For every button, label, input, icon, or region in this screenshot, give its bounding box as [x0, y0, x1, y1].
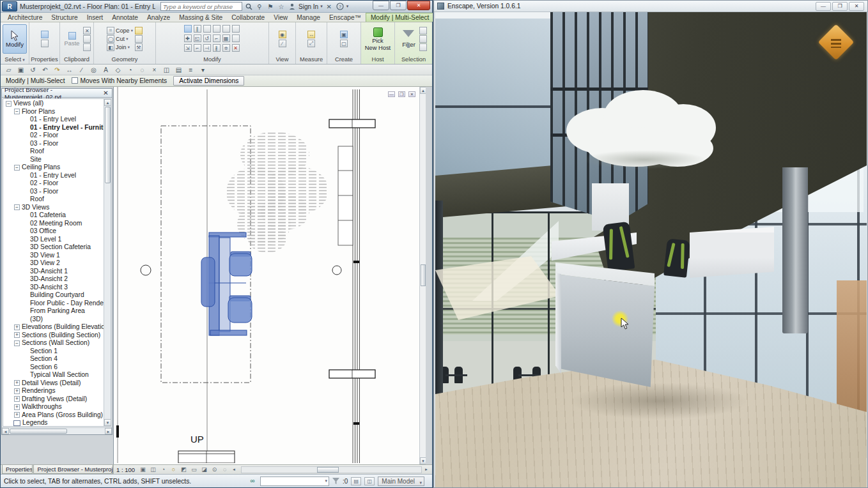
join-button[interactable]: ◧Join▾ [107, 43, 133, 51]
scroll-right-icon[interactable]: ► [105, 428, 112, 434]
minimize-button[interactable]: — [373, 1, 389, 10]
panel-label-select[interactable]: Select [1, 56, 29, 64]
exclude-options-icon[interactable]: ◫ [364, 477, 375, 485]
tab-properties[interactable]: Properties [2, 465, 33, 474]
sync-icon[interactable]: ↺ [27, 65, 38, 74]
tree-item[interactable]: Legends [3, 419, 104, 426]
show-rendering-dialog-icon[interactable]: ▣ [138, 466, 148, 473]
tree-item[interactable]: 3D-Ansicht 2 [3, 275, 104, 284]
tree-item[interactable]: Section 6 [3, 363, 104, 372]
exchange-apps-icon[interactable]: ✕ [325, 2, 334, 11]
search-input[interactable] [160, 2, 242, 11]
tree-item[interactable]: 02 - Floor [3, 179, 104, 188]
stair-symbol[interactable] [178, 451, 235, 463]
scroll-up-icon[interactable]: ▲ [104, 99, 111, 106]
scroll-thumb[interactable] [317, 467, 339, 473]
tree-expander-icon[interactable]: + [14, 324, 20, 330]
enscape-titlebar[interactable]: Enscape, Version 1.0.6.1 — ❐ ✕ [434, 1, 867, 12]
trim-icon[interactable]: ⌐ [213, 34, 221, 42]
ribbon-tab[interactable]: Enscape™ [325, 13, 366, 22]
modify-button[interactable]: Modify [3, 24, 27, 54]
minimize-button[interactable]: — [816, 2, 831, 11]
main-model-combo[interactable]: Main Model [378, 477, 424, 486]
default-3d-view-icon[interactable]: ◇ [112, 65, 123, 74]
tree-item[interactable]: 03 - Floor [3, 188, 104, 196]
ribbon-tab[interactable]: Massing & Site [174, 13, 227, 22]
grid-bubble[interactable] [141, 265, 151, 275]
tree-item[interactable]: Building Courtyard [3, 291, 104, 300]
ribbon-tab[interactable]: Structure [47, 13, 82, 22]
undo-icon[interactable]: ↶ [40, 65, 50, 74]
shadows-icon[interactable]: ◩ [179, 466, 189, 473]
close-button[interactable]: ✕ [407, 1, 430, 10]
ribbon-tab[interactable]: Analyze [143, 13, 174, 22]
tree-item[interactable]: 03 - Floor [3, 140, 104, 148]
extend-icon[interactable]: ⊣ [203, 44, 211, 52]
door-symbol[interactable] [329, 370, 375, 378]
tree-item[interactable]: Typical Wall Section [3, 371, 104, 379]
offset-icon[interactable]: ∥ [194, 25, 201, 33]
pick-new-host-button[interactable]: Pick New Host [363, 27, 392, 52]
tree-item[interactable]: Roof [3, 148, 104, 156]
create-group-icon[interactable]: ▣ [340, 31, 348, 38]
ribbon-tab[interactable]: View [269, 13, 292, 22]
tree-item[interactable]: Section 4 [3, 355, 104, 363]
crop-view-icon[interactable]: ▭ [189, 466, 199, 473]
close-button[interactable]: ✕ [849, 2, 864, 11]
door-symbol[interactable] [329, 119, 375, 128]
activate-dimensions-button[interactable]: Activate Dimensions [173, 76, 244, 86]
tile-windows-icon[interactable]: ▤ [173, 65, 184, 74]
canvas-vscrollbar[interactable]: ▲ ▼ [419, 87, 426, 464]
tree-item[interactable]: 01 Cafeteria [3, 211, 104, 220]
tree-item[interactable]: 02 Meeting Room [3, 220, 104, 228]
match-icon[interactable]: ≑ [222, 44, 230, 52]
crop-region-icon[interactable]: ◪ [199, 466, 209, 473]
detail-line-icon[interactable]: ∕ [76, 65, 87, 74]
scroll-down-icon[interactable]: ▼ [420, 457, 426, 464]
view-minimize-icon[interactable]: — [388, 91, 395, 97]
scroll-left-icon[interactable]: ◄ [231, 468, 237, 471]
cut-button[interactable]: ◯Cut▾ [107, 35, 133, 43]
status-filter-icon[interactable] [332, 478, 339, 485]
tree-item[interactable]: 3D-Ansicht 3 [3, 284, 104, 292]
tree-item[interactable]: + Renderings [3, 387, 104, 395]
scroll-down-icon[interactable]: ▼ [104, 419, 111, 426]
tree-item[interactable]: 3D Level 1 [3, 236, 104, 244]
ribbon-tab[interactable]: Manage [292, 13, 325, 22]
tree-item[interactable]: Roof [3, 195, 104, 204]
tree-item[interactable]: + Sections (Building Section) [3, 332, 104, 340]
copy-icon[interactable] [83, 35, 91, 43]
sun-path-icon[interactable]: ○ [169, 466, 178, 473]
tree-expander-icon[interactable]: − [14, 204, 20, 210]
canvas-hscrollbar[interactable] [241, 466, 422, 473]
tree-expander-icon[interactable]: + [14, 404, 20, 410]
unpin-icon[interactable] [232, 34, 240, 42]
pin-icon[interactable] [232, 25, 240, 33]
customize-qat-icon[interactable]: ▾ [198, 65, 208, 74]
tree-item[interactable]: + Detail Views (Detail) [3, 379, 104, 388]
wall-right[interactable] [353, 89, 360, 463]
tree-item[interactable]: Section 1 [3, 347, 104, 356]
tree-expander-icon[interactable]: + [14, 396, 20, 402]
tree-item[interactable]: (3D) [3, 316, 104, 324]
flag-icon[interactable]: ⚑ [266, 2, 275, 11]
enscape-render-viewport[interactable] [435, 12, 867, 487]
move-icon[interactable]: ✚ [184, 34, 192, 42]
tree-item[interactable]: + Area Plans (Gross Building) [3, 411, 104, 420]
scroll-right-icon[interactable]: ► [423, 468, 430, 471]
scale-icon[interactable]: ⇲ [184, 44, 192, 52]
mirror-icon[interactable] [213, 25, 221, 33]
tree-expander-icon[interactable]: − [14, 109, 20, 114]
tree-item[interactable]: − Floor Plans [3, 108, 104, 116]
align-icon[interactable] [184, 25, 192, 33]
temporary-hide-isolate-icon[interactable]: ⊙ [210, 466, 219, 473]
tree-item[interactable]: Floor Public - Day Rendering [3, 300, 104, 308]
thin-lines-icon[interactable]: ≡ [185, 65, 196, 74]
editable-only-icon[interactable]: ▤ [351, 477, 361, 485]
cut-clipboard-icon[interactable]: ✕ [83, 27, 91, 34]
linework-icon[interactable]: ∕ [279, 40, 286, 47]
tree-item[interactable]: − Views (all) [3, 100, 104, 108]
tree-item[interactable]: − Ceiling Plans [3, 164, 104, 172]
project-browser-titlebar[interactable]: Project Browser - Musterprojekt_02.rvt ✕ [2, 89, 112, 98]
tree-item[interactable]: − Sections (Wall Section) [3, 339, 104, 347]
